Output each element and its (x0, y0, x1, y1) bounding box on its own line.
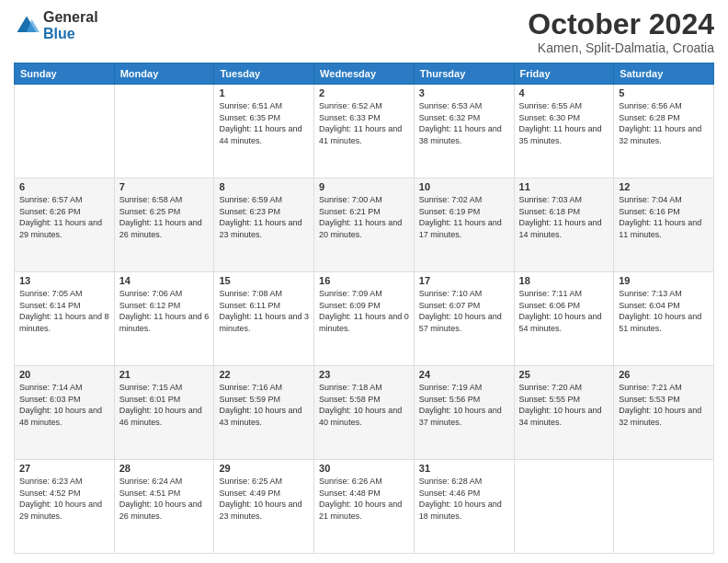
day-info: Sunrise: 6:24 AM Sunset: 4:51 PM Dayligh… (119, 476, 210, 522)
day-number: 9 (319, 181, 409, 192)
day-number: 24 (419, 369, 509, 380)
day-info: Sunrise: 7:09 AM Sunset: 6:09 PM Dayligh… (319, 288, 409, 334)
calendar-week-row: 20Sunrise: 7:14 AM Sunset: 6:03 PM Dayli… (15, 366, 714, 460)
month-title: October 2024 (528, 9, 714, 39)
logo-text: General Blue (43, 9, 98, 41)
day-number: 17 (419, 275, 509, 286)
day-number: 23 (319, 369, 409, 380)
calendar-day-header: Wednesday (314, 63, 415, 85)
logo: General Blue (14, 9, 98, 41)
day-info: Sunrise: 6:58 AM Sunset: 6:25 PM Dayligh… (119, 194, 210, 240)
header: General Blue October 2024 Kamen, Split-D… (14, 9, 714, 55)
calendar-cell: 25Sunrise: 7:20 AM Sunset: 5:55 PM Dayli… (514, 366, 614, 460)
calendar-cell: 11Sunrise: 7:03 AM Sunset: 6:18 PM Dayli… (514, 178, 614, 272)
calendar-day-header: Monday (114, 63, 214, 85)
day-number: 12 (619, 181, 709, 192)
calendar-cell (514, 460, 614, 554)
day-info: Sunrise: 7:10 AM Sunset: 6:07 PM Dayligh… (419, 288, 509, 334)
day-number: 16 (319, 275, 409, 286)
calendar-cell: 28Sunrise: 6:24 AM Sunset: 4:51 PM Dayli… (114, 460, 214, 554)
day-info: Sunrise: 6:57 AM Sunset: 6:26 PM Dayligh… (19, 194, 109, 240)
day-info: Sunrise: 7:05 AM Sunset: 6:14 PM Dayligh… (19, 288, 109, 334)
day-info: Sunrise: 7:13 AM Sunset: 6:04 PM Dayligh… (619, 288, 709, 334)
day-info: Sunrise: 6:23 AM Sunset: 4:52 PM Dayligh… (19, 476, 109, 522)
day-number: 8 (219, 181, 309, 192)
calendar-cell: 1Sunrise: 6:51 AM Sunset: 6:35 PM Daylig… (214, 85, 314, 178)
calendar-cell: 3Sunrise: 6:53 AM Sunset: 6:32 PM Daylig… (414, 85, 514, 178)
day-info: Sunrise: 6:26 AM Sunset: 4:48 PM Dayligh… (319, 476, 409, 522)
day-info: Sunrise: 7:03 AM Sunset: 6:18 PM Dayligh… (519, 194, 609, 240)
day-info: Sunrise: 6:53 AM Sunset: 6:32 PM Dayligh… (419, 100, 509, 146)
day-info: Sunrise: 6:28 AM Sunset: 4:46 PM Dayligh… (419, 476, 509, 522)
day-number: 15 (219, 275, 309, 286)
day-info: Sunrise: 7:20 AM Sunset: 5:55 PM Dayligh… (519, 382, 609, 428)
calendar-cell: 27Sunrise: 6:23 AM Sunset: 4:52 PM Dayli… (15, 460, 115, 554)
day-number: 31 (419, 463, 509, 474)
calendar-cell: 7Sunrise: 6:58 AM Sunset: 6:25 PM Daylig… (114, 178, 214, 272)
day-number: 4 (519, 87, 609, 98)
day-info: Sunrise: 7:18 AM Sunset: 5:58 PM Dayligh… (319, 382, 409, 428)
day-number: 1 (219, 87, 309, 98)
calendar-cell: 29Sunrise: 6:25 AM Sunset: 4:49 PM Dayli… (214, 460, 314, 554)
calendar-cell (614, 460, 714, 554)
logo-blue: Blue (43, 26, 98, 42)
calendar-cell (15, 85, 115, 178)
day-number: 2 (319, 87, 409, 98)
calendar-day-header: Tuesday (214, 63, 314, 85)
day-number: 13 (19, 275, 109, 286)
day-info: Sunrise: 6:52 AM Sunset: 6:33 PM Dayligh… (319, 100, 409, 146)
day-info: Sunrise: 7:11 AM Sunset: 6:06 PM Dayligh… (519, 288, 609, 334)
calendar-cell: 10Sunrise: 7:02 AM Sunset: 6:19 PM Dayli… (414, 178, 514, 272)
calendar-cell: 24Sunrise: 7:19 AM Sunset: 5:56 PM Dayli… (414, 366, 514, 460)
calendar-cell: 19Sunrise: 7:13 AM Sunset: 6:04 PM Dayli… (614, 272, 714, 366)
logo-icon (14, 13, 40, 39)
day-number: 18 (519, 275, 609, 286)
day-info: Sunrise: 7:15 AM Sunset: 6:01 PM Dayligh… (119, 382, 210, 428)
day-number: 28 (119, 463, 210, 474)
day-number: 29 (219, 463, 309, 474)
day-info: Sunrise: 6:25 AM Sunset: 4:49 PM Dayligh… (219, 476, 309, 522)
day-info: Sunrise: 7:19 AM Sunset: 5:56 PM Dayligh… (419, 382, 509, 428)
day-info: Sunrise: 7:00 AM Sunset: 6:21 PM Dayligh… (319, 194, 409, 240)
day-info: Sunrise: 6:59 AM Sunset: 6:23 PM Dayligh… (219, 194, 309, 240)
calendar-cell: 23Sunrise: 7:18 AM Sunset: 5:58 PM Dayli… (314, 366, 415, 460)
title-section: October 2024 Kamen, Split-Dalmatia, Croa… (528, 9, 714, 55)
day-number: 26 (619, 369, 709, 380)
calendar-cell: 15Sunrise: 7:08 AM Sunset: 6:11 PM Dayli… (214, 272, 314, 366)
day-info: Sunrise: 6:51 AM Sunset: 6:35 PM Dayligh… (219, 100, 309, 146)
calendar-cell: 22Sunrise: 7:16 AM Sunset: 5:59 PM Dayli… (214, 366, 314, 460)
calendar-week-row: 13Sunrise: 7:05 AM Sunset: 6:14 PM Dayli… (15, 272, 714, 366)
calendar-cell: 30Sunrise: 6:26 AM Sunset: 4:48 PM Dayli… (314, 460, 415, 554)
calendar-cell: 17Sunrise: 7:10 AM Sunset: 6:07 PM Dayli… (414, 272, 514, 366)
calendar-cell: 4Sunrise: 6:55 AM Sunset: 6:30 PM Daylig… (514, 85, 614, 178)
day-number: 11 (519, 181, 609, 192)
calendar-cell: 16Sunrise: 7:09 AM Sunset: 6:09 PM Dayli… (314, 272, 415, 366)
day-number: 6 (19, 181, 109, 192)
day-number: 10 (419, 181, 509, 192)
calendar-cell: 18Sunrise: 7:11 AM Sunset: 6:06 PM Dayli… (514, 272, 614, 366)
day-info: Sunrise: 7:16 AM Sunset: 5:59 PM Dayligh… (219, 382, 309, 428)
calendar-cell: 2Sunrise: 6:52 AM Sunset: 6:33 PM Daylig… (314, 85, 415, 178)
calendar-cell: 21Sunrise: 7:15 AM Sunset: 6:01 PM Dayli… (114, 366, 214, 460)
calendar-week-row: 27Sunrise: 6:23 AM Sunset: 4:52 PM Dayli… (15, 460, 714, 554)
day-info: Sunrise: 7:14 AM Sunset: 6:03 PM Dayligh… (19, 382, 109, 428)
calendar-day-header: Friday (514, 63, 614, 85)
calendar-cell: 12Sunrise: 7:04 AM Sunset: 6:16 PM Dayli… (614, 178, 714, 272)
day-number: 3 (419, 87, 509, 98)
day-number: 5 (619, 87, 709, 98)
day-number: 22 (219, 369, 309, 380)
calendar-week-row: 1Sunrise: 6:51 AM Sunset: 6:35 PM Daylig… (15, 85, 714, 178)
location: Kamen, Split-Dalmatia, Croatia (528, 40, 714, 55)
day-info: Sunrise: 6:56 AM Sunset: 6:28 PM Dayligh… (619, 100, 709, 146)
day-number: 14 (119, 275, 210, 286)
day-number: 19 (619, 275, 709, 286)
calendar-cell: 5Sunrise: 6:56 AM Sunset: 6:28 PM Daylig… (614, 85, 714, 178)
calendar-cell: 6Sunrise: 6:57 AM Sunset: 6:26 PM Daylig… (15, 178, 115, 272)
calendar-day-header: Thursday (414, 63, 514, 85)
day-number: 21 (119, 369, 210, 380)
calendar-cell: 13Sunrise: 7:05 AM Sunset: 6:14 PM Dayli… (15, 272, 115, 366)
day-info: Sunrise: 7:08 AM Sunset: 6:11 PM Dayligh… (219, 288, 309, 334)
calendar-day-header: Sunday (15, 63, 115, 85)
calendar-cell: 26Sunrise: 7:21 AM Sunset: 5:53 PM Dayli… (614, 366, 714, 460)
calendar-cell: 14Sunrise: 7:06 AM Sunset: 6:12 PM Dayli… (114, 272, 214, 366)
